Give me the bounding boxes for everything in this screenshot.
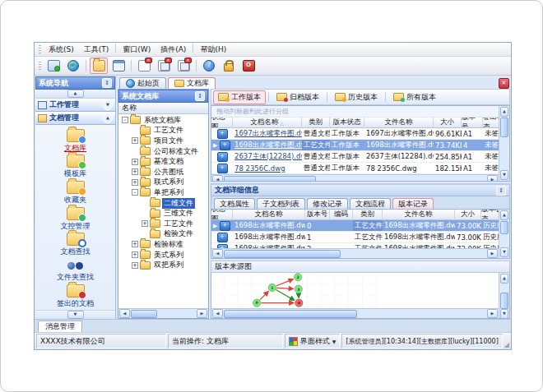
column-header-状态图[interactable]: 状态图 bbox=[211, 118, 233, 128]
workspace-button[interactable] bbox=[109, 58, 128, 74]
tree-node-公共图纸[interactable]: +公共图纸 bbox=[118, 167, 208, 178]
scroll-up-icon[interactable]: ▲ bbox=[500, 210, 508, 220]
column-header-版本号[interactable]: 版本号 bbox=[462, 118, 483, 128]
scroll-thumb[interactable] bbox=[224, 310, 357, 318]
doc-close-button[interactable] bbox=[135, 58, 153, 74]
globe-button[interactable] bbox=[64, 58, 82, 74]
expand-plus-icon[interactable]: + bbox=[132, 137, 138, 144]
expand-plus-icon[interactable]: + bbox=[142, 220, 148, 227]
graph-hscrollbar[interactable]: ◀ ▶ bbox=[211, 308, 499, 318]
resize-grip[interactable]: ◢ bbox=[504, 342, 509, 348]
scroll-down-icon[interactable]: ▼ bbox=[500, 247, 508, 257]
sidebar-item-签出的文档[interactable]: 签出的文档 bbox=[39, 284, 113, 310]
tree-node-基准文档[interactable]: +基准文档 bbox=[118, 156, 208, 167]
tab-文档属性[interactable]: 文档属性 bbox=[214, 198, 255, 209]
column-header-文件名称[interactable]: 文件名称 bbox=[383, 210, 455, 220]
expand-plus-icon[interactable]: + bbox=[132, 251, 138, 258]
scroll-thumb[interactable] bbox=[500, 118, 508, 137]
expand-plus-icon[interactable]: + bbox=[132, 168, 138, 175]
menu-item-3[interactable]: 窗口(W) bbox=[118, 44, 155, 56]
graph-vscrollbar[interactable]: ▲ ▼ bbox=[499, 273, 509, 318]
tree-node-检验标准[interactable]: +检验标准 bbox=[118, 239, 208, 250]
scroll-left-icon[interactable]: ◀ bbox=[212, 175, 223, 181]
scroll-right-icon[interactable]: ▶ bbox=[197, 309, 207, 318]
scroll-thumb[interactable] bbox=[131, 310, 157, 318]
scroll-up-icon[interactable]: ▲ bbox=[500, 107, 508, 117]
tab-文档库[interactable]: 文档库 bbox=[168, 77, 216, 89]
menu-item-1[interactable]: 系统(S) bbox=[44, 44, 79, 56]
button-归档版本[interactable]: 归档版本 bbox=[272, 90, 324, 104]
column-header-签出状态[interactable]: 签出状态 bbox=[483, 118, 499, 128]
tab-版本记录[interactable]: 版本记录 bbox=[392, 198, 434, 209]
tree-node-系统文档库[interactable]: –系统文档库 bbox=[118, 115, 208, 126]
column-header-类别[interactable]: 类别 bbox=[353, 210, 383, 220]
column-header-编码[interactable]: 编码 bbox=[330, 210, 353, 220]
group-by-band[interactable]: 拖动列标题到此进行分组 bbox=[211, 106, 499, 118]
windows-close-button[interactable] bbox=[174, 58, 193, 74]
button-工作版本[interactable]: 工作版本 bbox=[213, 90, 266, 104]
sidebar-group-2[interactable]: 文档管理▲ bbox=[35, 112, 115, 125]
scroll-down-icon[interactable]: ▼ bbox=[500, 309, 508, 319]
table-row[interactable]: +1698出水嘴零件图.dwg1工艺文件1698出水嘴零件图.dwg73.00K… bbox=[211, 232, 499, 243]
expand-plus-icon[interactable]: + bbox=[132, 179, 138, 186]
lower-grid-vscrollbar[interactable]: ▲ ▼ bbox=[499, 210, 509, 258]
column-header-状态图[interactable]: 状态图 bbox=[211, 210, 233, 220]
scroll-down-icon[interactable]: ▼ bbox=[500, 170, 508, 180]
desktop-button[interactable] bbox=[44, 58, 63, 74]
scroll-thumb[interactable] bbox=[224, 176, 316, 182]
expand-plus-icon[interactable]: + bbox=[132, 241, 138, 247]
collapse-minus-icon[interactable]: – bbox=[132, 189, 138, 196]
lower-grid-hscrollbar[interactable]: ◀ ▶ bbox=[211, 248, 499, 258]
ui-style-selector[interactable]: 界面样式 ▼ bbox=[285, 334, 341, 348]
chevron-down-icon[interactable]: ▼ bbox=[67, 311, 84, 319]
menu-item-5[interactable]: 帮助(H) bbox=[195, 44, 231, 56]
sidebar-item-文件夹查找[interactable]: 文件夹查找 bbox=[39, 258, 113, 284]
scroll-thumb[interactable] bbox=[224, 250, 341, 258]
expand-plus-icon[interactable]: + bbox=[132, 262, 138, 269]
upper-grid-vscrollbar[interactable]: ▲ ▼ bbox=[499, 106, 509, 181]
pin-icon[interactable]: ↧ bbox=[496, 186, 506, 196]
pin-icon[interactable]: ↧ bbox=[102, 78, 112, 88]
tree-hscrollbar[interactable]: ◀ ▶ bbox=[118, 308, 208, 318]
exit-button[interactable] bbox=[239, 58, 258, 74]
scroll-left-icon[interactable]: ◀ bbox=[119, 309, 130, 318]
lock-button[interactable] bbox=[220, 58, 238, 74]
scroll-right-icon[interactable]: ▶ bbox=[487, 309, 498, 318]
folder-view-button[interactable] bbox=[90, 58, 108, 74]
sidebar-group-1[interactable]: 工作管理▼ bbox=[35, 99, 115, 112]
scroll-left-icon[interactable]: ◀ bbox=[212, 309, 223, 318]
tree-node-联式系列[interactable]: +联式系列 bbox=[118, 178, 208, 188]
scroll-left-icon[interactable]: ◀ bbox=[212, 249, 223, 258]
tree-node-工艺文件[interactable]: 工艺文件 bbox=[118, 126, 208, 136]
scroll-right-icon[interactable]: ▶ bbox=[487, 249, 498, 258]
tab-子文档列表[interactable]: 子文档列表 bbox=[257, 198, 305, 209]
sidebar-item-收藏夹[interactable]: 收藏夹 bbox=[39, 180, 113, 206]
tree-node-项目文件[interactable]: +项目文件 bbox=[118, 136, 208, 146]
tree-node-美式系列[interactable]: +美式系列 bbox=[118, 250, 208, 261]
table-row[interactable]: ▶+1698出水嘴零件图.dwg0工艺文件1698出水嘴零件图.dwg73.00… bbox=[211, 220, 499, 232]
column-header-文档名称[interactable]: 文档名称 bbox=[233, 210, 305, 220]
version-graph-canvas[interactable]: 01234 bbox=[211, 273, 499, 308]
scroll-thumb[interactable] bbox=[500, 221, 508, 234]
menu-item-2[interactable]: 工具(T) bbox=[79, 44, 114, 56]
docs-close-button[interactable] bbox=[155, 58, 173, 74]
scroll-up-icon[interactable]: ▲ bbox=[500, 274, 508, 284]
column-header-版本号[interactable]: 版本号 bbox=[305, 210, 330, 220]
tree-node-三维文件[interactable]: 三维文件 bbox=[118, 208, 208, 219]
tree-node-工艺文件[interactable]: +工艺文件 bbox=[118, 219, 208, 229]
column-header-版本状态[interactable]: 版本状态 bbox=[330, 118, 364, 128]
table-row[interactable]: +1697出水嘴零件图.dwg普通文档工作版本1697出水嘴零件图.dwg96.… bbox=[211, 128, 499, 140]
tab-修改记录[interactable]: 修改记录 bbox=[307, 198, 348, 209]
column-header-大小[interactable]: 大小 bbox=[455, 210, 481, 220]
expand-plus-icon[interactable]: + bbox=[132, 159, 138, 165]
upper-grid-hscrollbar[interactable]: ◀ ▶ bbox=[211, 174, 499, 181]
sidebar-item-文控管理[interactable]: 文控管理 bbox=[39, 206, 113, 233]
scroll-thumb[interactable] bbox=[500, 293, 508, 309]
tree-node-公司标准文件[interactable]: 公司标准文件 bbox=[118, 146, 208, 157]
tree-node-单把系列[interactable]: –单把系列 bbox=[118, 187, 208, 198]
chevron-up-icon[interactable]: ▲ bbox=[103, 113, 113, 123]
help-button[interactable] bbox=[200, 58, 218, 74]
table-row[interactable]: ▶+1698出水嘴零件图.dwg工艺文件工作版本1698出水嘴零件图.dwg73… bbox=[211, 140, 499, 151]
column-header-版本状态[interactable]: 版本状态 bbox=[481, 210, 499, 220]
pin-icon[interactable]: ↧ bbox=[195, 91, 205, 101]
